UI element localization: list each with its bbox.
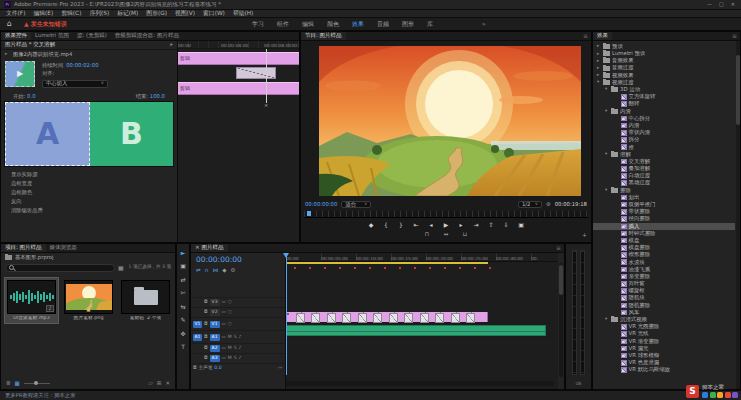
mute-icon[interactable]: M [228,356,232,361]
maximize-button[interactable]: □ [719,2,724,7]
effects-tree-row[interactable]: 百叶窗 [593,280,735,287]
track-target-badge[interactable]: A3 [210,355,220,362]
start-value[interactable]: 0.0 [27,93,35,99]
project-item-audio[interactable]: ♪ UI音效素材.mp3 [5,278,58,323]
effects-tree-row[interactable]: 渐变擦除 [593,273,735,280]
program-video-frame[interactable] [319,46,581,196]
effects-tree-row[interactable]: 划出 [593,194,735,201]
workspace-tab[interactable]: 颜色 [321,19,345,29]
end-value[interactable]: 100.0 [150,93,165,99]
program-playhead[interactable] [307,211,311,216]
lock-icon[interactable]: ◘ [204,356,208,361]
mini-playhead[interactable] [266,49,267,103]
effects-tree-row[interactable]: 3D 运动 [593,86,735,93]
track-v3[interactable] [286,290,558,300]
effects-tree-row[interactable]: 随机擦除 [593,302,735,309]
lock-icon[interactable]: ◘ [204,310,208,315]
close-button[interactable]: ✕ [731,2,735,7]
clip-a-bar[interactable]: 剪辑 [178,52,299,65]
lock-icon[interactable]: ◘ [204,346,208,351]
effects-tree-row[interactable]: 时钟式擦除 [593,230,735,237]
menu-item[interactable]: 序列(S) [85,11,113,17]
menu-item[interactable]: 视图(V) [171,11,199,17]
effects-tab[interactable]: 效果 [593,32,612,40]
menu-item[interactable]: 剪辑(C) [57,11,85,17]
mark-out-button[interactable]: } [398,222,405,228]
track-output-icon[interactable]: ○ [228,310,232,315]
track-a3[interactable] [286,346,558,356]
effects-tree-row[interactable]: VR 渐变擦除 [593,338,735,345]
panel-menu-icon[interactable]: ≡ [580,32,591,40]
mute-icon[interactable]: M [228,335,232,340]
go-to-out-button[interactable]: ⇥ [473,222,480,228]
track-v1[interactable] [286,310,558,323]
source-patch[interactable]: V1 [193,321,202,328]
lock-icon[interactable]: ◘ [204,335,208,340]
project-item-bin[interactable]: 素材箱 2 个项 [119,278,172,323]
icon-view-icon[interactable]: ▦ [15,381,20,387]
slip-tool[interactable]: ⇆ [178,302,189,311]
sync-lock-icon[interactable]: ▭ [222,300,226,305]
effects-tree-row[interactable]: 视频过渡 [593,79,735,86]
workspace-overflow-icon[interactable]: » [482,21,486,27]
duration-value[interactable]: 00:00:02:00 [66,63,98,68]
multicam-button[interactable]: ⊔ [462,232,469,238]
solo-icon[interactable]: S [234,356,237,361]
effects-tree-row[interactable]: Lumetri 预设 [593,50,735,57]
timeline-playhead[interactable] [286,253,287,375]
transition-preview-thumb[interactable] [5,61,35,87]
track-master[interactable] [286,356,558,366]
item-name[interactable]: 图片素材.png [64,316,113,321]
workspace-tab[interactable]: 效果 [346,19,370,29]
track-a1[interactable] [286,323,558,336]
program-tab[interactable]: 节目: 图片样品 [301,32,346,40]
playback-resolution-select[interactable]: 1/2∨ [518,201,542,208]
ripple-edit-tool[interactable]: ⇄ [178,275,189,284]
sync-lock-icon[interactable]: ▭ [222,335,226,340]
timeline-vertical-scrollbar[interactable] [559,263,563,377]
effects-tree-row[interactable]: 黑场过渡 [593,180,735,187]
add-marker-icon[interactable]: ◆ [222,268,226,274]
mini-timeline-ruler[interactable]: 00:0000:00:04:0000:00:08:0000:0 [178,41,299,49]
effects-tree-row[interactable]: 水波块 [593,259,735,266]
audio-meters-panel[interactable]: dB [565,243,592,390]
panel-tab[interactable]: Lumetri 范围 [31,32,73,40]
effects-tree-row[interactable]: VR 色度泄漏 [593,359,735,366]
lock-icon[interactable]: ◘ [204,322,208,327]
export-frame-button[interactable]: ▣ [518,222,525,228]
playhead-x-handle[interactable]: × [264,103,268,108]
minimize-button[interactable]: — [707,2,712,7]
panel-tab[interactable]: 项目: 图片样品 [1,244,46,252]
menu-item[interactable]: 编辑(E) [29,11,57,17]
effects-tree-row[interactable]: 擦除 [593,187,735,194]
mark-in-button[interactable]: { [383,222,390,228]
audio-track-header[interactable]: ◘ A3 ▭ M S ♪ [191,353,285,363]
workspace-tab[interactable]: 组件 [271,19,295,29]
proxy-toggle-button[interactable]: ⊓ [424,232,431,238]
timeline-timecode[interactable]: 00:00:00:00 [191,253,285,264]
effects-tree-row[interactable]: 翻转 [593,101,735,108]
effects-tree-row[interactable]: 内滑 [593,108,735,115]
track-target-badge[interactable]: A2 [210,345,220,352]
bin-breadcrumb[interactable]: 基本图形.prproj [1,253,175,262]
audio-clip[interactable] [286,325,546,336]
add-marker-button[interactable]: ◆ [368,222,375,228]
selection-tool[interactable]: ► [178,248,189,257]
settings-wrench-icon[interactable]: ⚙ [546,202,551,207]
program-timecode[interactable]: 00:00:00:00 [305,202,337,207]
new-bin-icon[interactable]: ▱ [149,381,153,387]
sync-lock-icon[interactable]: ▭ [222,356,226,361]
video-track-header[interactable]: ◘ V2 ▭ ○ [191,307,285,317]
effects-tree-row[interactable]: 拆分 [593,136,735,143]
audio-track-header[interactable]: A1 ◘ A1 ▭ M S ♪ [191,330,285,343]
hand-tool[interactable]: ✥ [178,329,189,338]
effects-tree-row[interactable]: 交叉溶解 [593,158,735,165]
track-target-badge[interactable]: V2 [210,309,220,316]
play-button[interactable]: ▶ [443,222,450,228]
effects-tree-row[interactable]: 随机块 [593,295,735,302]
effects-tree-row[interactable]: 沉浸式视频 [593,316,735,323]
voiceover-icon[interactable]: ♪ [239,356,242,361]
effects-tree-row[interactable]: 带状擦除 [593,208,735,215]
effects-tree-row[interactable]: VR 光圈擦除 [593,323,735,330]
source-patch[interactable]: A1 [193,334,202,341]
